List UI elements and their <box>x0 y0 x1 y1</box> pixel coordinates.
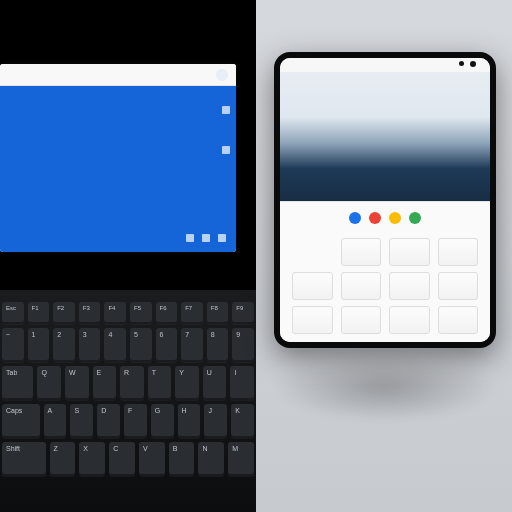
key[interactable]: U <box>203 366 227 400</box>
key[interactable]: Q <box>37 366 61 400</box>
laptop-keyboard: Esc F1 F2 F3 F4 F5 F6 F7 F8 F9 ~ 1 2 3 4… <box>0 290 256 512</box>
key[interactable]: E <box>93 366 117 400</box>
app-tile[interactable] <box>341 306 382 334</box>
key[interactable]: 3 <box>79 328 101 362</box>
key[interactable]: 9 <box>232 328 254 362</box>
tablet-app-grid <box>292 238 478 334</box>
key[interactable]: T <box>148 366 172 400</box>
laptop-desktop[interactable] <box>0 86 236 252</box>
tablet-side <box>256 0 512 512</box>
key[interactable]: 6 <box>156 328 178 362</box>
key[interactable]: V <box>139 442 165 476</box>
key[interactable]: 4 <box>104 328 126 362</box>
key[interactable]: K <box>231 404 254 438</box>
app-tile[interactable] <box>438 306 479 334</box>
key[interactable]: R <box>120 366 144 400</box>
key[interactable]: B <box>169 442 195 476</box>
color-dot[interactable] <box>409 212 421 224</box>
camera-icon <box>459 61 464 66</box>
app-tile[interactable] <box>389 238 430 266</box>
tablet-app-panel <box>280 202 490 342</box>
key[interactable]: W <box>65 366 89 400</box>
taskbar-icon[interactable] <box>186 234 194 242</box>
app-tile[interactable] <box>292 306 333 334</box>
app-tile[interactable] <box>341 238 382 266</box>
key[interactable]: 5 <box>130 328 152 362</box>
color-dot[interactable] <box>369 212 381 224</box>
key[interactable]: I <box>230 366 254 400</box>
key[interactable]: Z <box>50 442 76 476</box>
taskbar-icon[interactable] <box>202 234 210 242</box>
device-comparison-scene: Esc F1 F2 F3 F4 F5 F6 F7 F8 F9 ~ 1 2 3 4… <box>0 0 512 512</box>
key[interactable]: Caps <box>2 404 40 438</box>
key[interactable]: N <box>198 442 224 476</box>
key[interactable]: F5 <box>130 302 152 324</box>
key[interactable]: Y <box>175 366 199 400</box>
key[interactable]: ~ <box>2 328 24 362</box>
key[interactable]: F9 <box>232 302 254 324</box>
key[interactable]: 7 <box>181 328 203 362</box>
key[interactable]: F <box>124 404 147 438</box>
key[interactable]: 8 <box>207 328 229 362</box>
color-dot[interactable] <box>349 212 361 224</box>
app-tile[interactable] <box>292 272 333 300</box>
key[interactable]: F2 <box>53 302 75 324</box>
desktop-icon[interactable] <box>222 146 230 154</box>
taskbar-icon[interactable] <box>218 234 226 242</box>
key[interactable]: H <box>178 404 201 438</box>
key[interactable]: F7 <box>181 302 203 324</box>
laptop-screen <box>0 64 236 252</box>
laptop-window-chrome <box>0 64 236 86</box>
key[interactable]: Esc <box>2 302 24 324</box>
app-tile[interactable] <box>389 272 430 300</box>
desktop-icon[interactable] <box>222 106 230 114</box>
app-tile[interactable] <box>389 306 430 334</box>
key[interactable]: F3 <box>79 302 101 324</box>
app-tile[interactable] <box>438 238 479 266</box>
key[interactable]: D <box>97 404 120 438</box>
key[interactable]: S <box>70 404 93 438</box>
color-dot-row <box>292 212 478 224</box>
key[interactable]: F1 <box>28 302 50 324</box>
tablet-status-bar <box>280 58 490 72</box>
key[interactable]: M <box>228 442 254 476</box>
key[interactable]: F8 <box>207 302 229 324</box>
key[interactable]: J <box>204 404 227 438</box>
camera-icon <box>470 61 476 67</box>
laptop-side: Esc F1 F2 F3 F4 F5 F6 F7 F8 F9 ~ 1 2 3 4… <box>0 0 256 512</box>
app-tile[interactable] <box>438 272 479 300</box>
color-dot[interactable] <box>389 212 401 224</box>
key[interactable]: 2 <box>53 328 75 362</box>
tablet-shadow <box>274 352 496 422</box>
tablet-wallpaper <box>280 72 490 202</box>
key[interactable]: Tab <box>2 366 33 400</box>
window-control-icon[interactable] <box>216 69 228 81</box>
key[interactable]: A <box>44 404 67 438</box>
key[interactable]: F4 <box>104 302 126 324</box>
key[interactable]: G <box>151 404 174 438</box>
key[interactable]: C <box>109 442 135 476</box>
key[interactable]: Shift <box>2 442 46 476</box>
key[interactable]: F6 <box>156 302 178 324</box>
key[interactable]: X <box>79 442 105 476</box>
key[interactable]: 1 <box>28 328 50 362</box>
tablet-device <box>274 52 496 348</box>
app-tile[interactable] <box>292 238 333 266</box>
app-tile[interactable] <box>341 272 382 300</box>
